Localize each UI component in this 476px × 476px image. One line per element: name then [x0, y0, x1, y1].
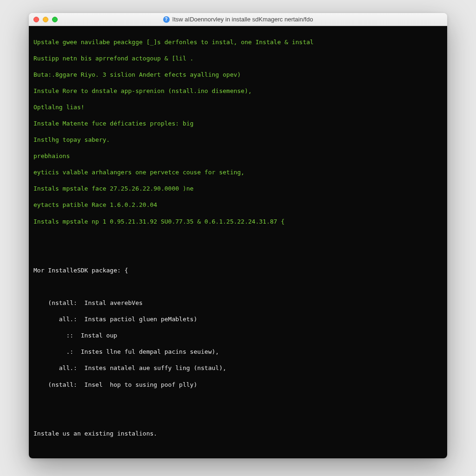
titlebar[interactable]: ? ïtsw aIDoennorvley in installe sdKmage… [29, 13, 447, 26]
blank-line [33, 234, 443, 242]
output-line: Instlhg topay sabery. [33, 136, 443, 144]
maximize-button[interactable] [52, 17, 58, 22]
blank-line [33, 446, 443, 454]
list-item: all.: Instes natalel aue suffy ling (nst… [33, 364, 443, 372]
list-item: (nstall: Instal averebVes [33, 299, 443, 307]
list-item: (nstall: Insel hop to susing poof plly) [33, 381, 443, 389]
window-title-wrap: ? ïtsw aIDoennorvley in installe sdKmage… [33, 16, 443, 23]
help-icon: ? [163, 16, 170, 23]
terminal-window: ? ïtsw aIDoennorvley in installe sdKmage… [29, 13, 447, 458]
window-title: ïtsw aIDoennorvley in installe sdKmagerc… [172, 16, 313, 23]
list-item: .: Instes llne ful dempal pacins seuiew)… [33, 348, 443, 356]
output-line: Instals mpstale np 1 0.95.21.31.92 SU0.7… [33, 218, 443, 226]
traffic-lights [33, 17, 58, 22]
output-line: Optlalng lias! [33, 103, 443, 112]
blank-line [33, 283, 443, 291]
close-button[interactable] [33, 17, 39, 22]
output-line: eyticis valable arhalangers one pervetce… [33, 168, 443, 177]
minimize-button[interactable] [43, 17, 48, 22]
blank-line [33, 397, 443, 405]
output-line: Instale Matente fuce déficaties proples:… [33, 119, 443, 128]
output-line: Buta:.8ggare Riyo. 3 sislion Andert efec… [33, 71, 443, 79]
output-line: Rustipp netn bis aprrefond actogoup & [l… [33, 54, 443, 63]
output-line: Instule Rore to dnstale app-sprenion (ns… [33, 87, 443, 95]
blank-line [33, 250, 443, 258]
section-title: Instale us an existing instalions. [33, 430, 443, 438]
blank-line [33, 413, 443, 422]
output-line: eytacts patible Race 1.6.0.2.20.04 [33, 201, 443, 209]
output-line: Upstale gwee navilabe peackgge [_]s derf… [33, 38, 443, 46]
terminal-body[interactable]: Upstale gwee navilabe peackgge [_]s derf… [29, 26, 447, 458]
output-line: Instals mpstale face 27.25.26.22.90.0000… [33, 185, 443, 193]
output-line: prebhaions [33, 152, 443, 160]
list-item: :: Instal oup [33, 331, 443, 340]
list-item: all.: Instas pactiol gluen peMablets) [33, 315, 443, 324]
section-title: Mor InstalleSDK package: { [33, 266, 443, 275]
